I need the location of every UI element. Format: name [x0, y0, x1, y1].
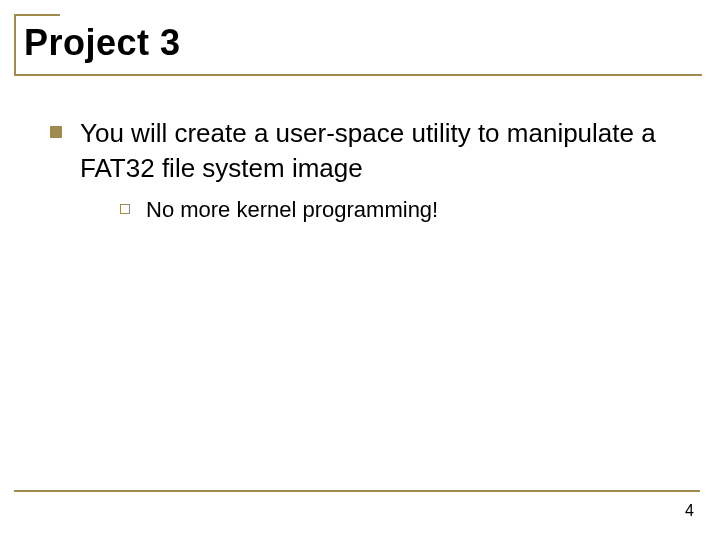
bullet-text: You will create a user-space utility to …: [80, 116, 678, 186]
bottom-border-line: [14, 490, 700, 492]
hollow-square-bullet-icon: [120, 204, 130, 214]
square-bullet-icon: [50, 126, 62, 138]
bullet-item: You will create a user-space utility to …: [50, 116, 678, 225]
title-underline: [14, 74, 702, 76]
slide-title: Project 3: [20, 14, 698, 64]
title-area: Project 3: [14, 14, 698, 72]
sub-bullet-list: No more kernel programming!: [80, 196, 678, 225]
slide: Project 3 You will create a user-space u…: [0, 0, 720, 540]
title-left-border: [14, 14, 16, 74]
page-number: 4: [685, 502, 694, 520]
sub-bullet-text: No more kernel programming!: [146, 196, 438, 225]
sub-bullet-item: No more kernel programming!: [120, 196, 678, 225]
bullet-body: You will create a user-space utility to …: [80, 116, 678, 225]
content-area: You will create a user-space utility to …: [14, 116, 698, 225]
title-top-tick: [14, 14, 60, 16]
